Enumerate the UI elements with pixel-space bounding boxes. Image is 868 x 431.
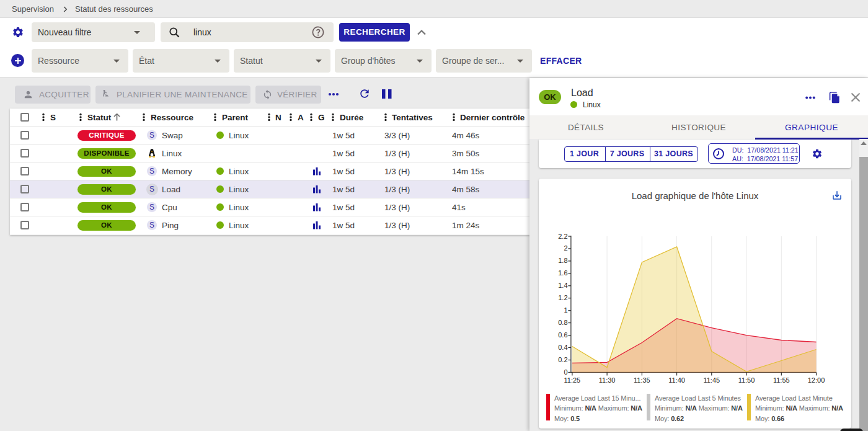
svg-text:1.2: 1.2 bbox=[558, 294, 567, 301]
svg-text:0.2: 0.2 bbox=[558, 356, 567, 363]
svg-text:1: 1 bbox=[564, 306, 567, 314]
svg-text:11:50: 11:50 bbox=[738, 376, 755, 384]
svg-text:2: 2 bbox=[564, 244, 567, 252]
svg-text:11:25: 11:25 bbox=[564, 376, 581, 384]
svg-text:11:35: 11:35 bbox=[634, 376, 650, 384]
svg-text:11:55: 11:55 bbox=[773, 376, 790, 384]
svg-text:0.8: 0.8 bbox=[558, 319, 567, 326]
svg-text:1.8: 1.8 bbox=[558, 257, 567, 264]
svg-text:0.4: 0.4 bbox=[558, 344, 567, 351]
svg-text:11:40: 11:40 bbox=[668, 376, 685, 384]
svg-text:12:00: 12:00 bbox=[808, 376, 825, 384]
svg-text:2.2: 2.2 bbox=[558, 233, 567, 240]
svg-text:11:45: 11:45 bbox=[703, 376, 720, 384]
svg-text:0.6: 0.6 bbox=[558, 331, 567, 339]
svg-text:1.4: 1.4 bbox=[558, 282, 567, 289]
svg-text:11:30: 11:30 bbox=[599, 376, 616, 384]
svg-text:0: 0 bbox=[564, 368, 567, 376]
svg-text:1.6: 1.6 bbox=[558, 269, 567, 277]
